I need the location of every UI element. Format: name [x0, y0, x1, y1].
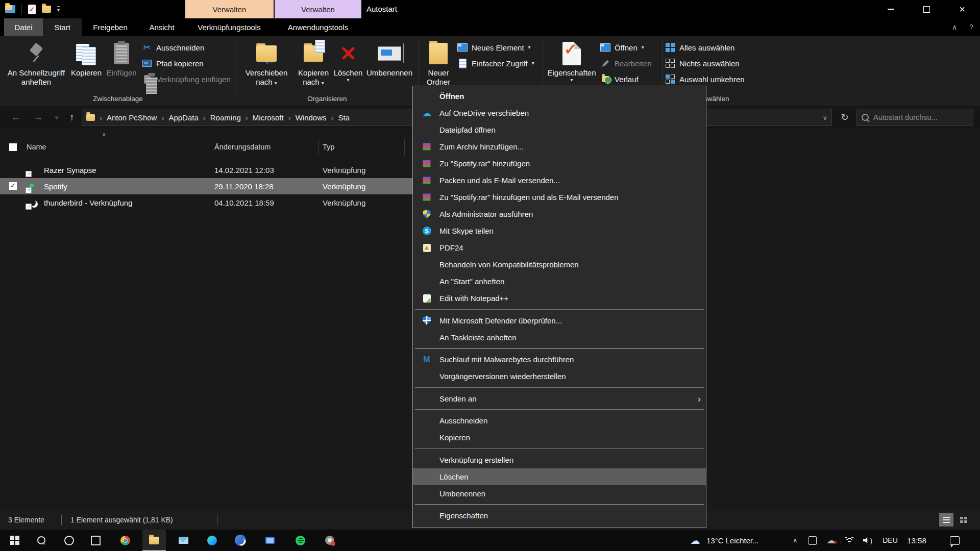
tab-anwendungstools[interactable]: Anwendungstools	[280, 18, 356, 36]
language-indicator[interactable]: DEU	[879, 530, 901, 551]
menu-item-troubleshoot-compatibility[interactable]: Behandeln von Kompatibilitätsproblemen	[413, 256, 706, 273]
tray-device-icon[interactable]	[804, 530, 821, 551]
recent-locations-button[interactable]: ∨	[50, 106, 63, 129]
invert-selection-button[interactable]: Auswahl umkehren	[665, 72, 745, 86]
refresh-button[interactable]: ↻	[836, 109, 853, 126]
taskbar-edge[interactable]	[200, 530, 224, 551]
taskbar-browser-offline[interactable]	[318, 530, 341, 551]
column-header-modified[interactable]: Änderungsdatum	[214, 138, 271, 156]
qat-customize-chevron-icon[interactable]: ▾	[57, 6, 60, 13]
help-icon[interactable]: ?	[965, 18, 978, 36]
column-divider[interactable]	[404, 139, 405, 155]
tab-datei[interactable]: Datei	[4, 18, 43, 36]
table-row-spotify[interactable]: ↗ Spotify 29.11.2020 18:28 Verknüpfung	[0, 178, 454, 194]
tab-freigeben[interactable]: Freigeben	[90, 18, 131, 36]
column-header-name[interactable]: Name	[27, 138, 46, 156]
pin-to-quick-access-button[interactable]: An Schnellzugriff anheften	[3, 38, 69, 103]
breadcrumb-segment-roaming[interactable]: Roaming	[210, 113, 241, 122]
menu-item-copy[interactable]: Kopieren	[413, 429, 706, 446]
title-tab-application-tools[interactable]: Verwalten	[275, 0, 361, 18]
tab-verknuepfungstools[interactable]: Verknüpfungstools	[189, 18, 270, 36]
breadcrumb-segment-startmenu[interactable]: Sta	[338, 113, 350, 122]
breadcrumb-segment-microsoft[interactable]: Microsoft	[253, 113, 284, 122]
menu-item-delete[interactable]: Löschen	[413, 468, 706, 485]
row-checkbox[interactable]	[9, 182, 17, 190]
close-button[interactable]: ×	[944, 0, 980, 18]
taskbar-mail[interactable]	[172, 530, 195, 551]
menu-item-compress-and-email[interactable]: Packen und als E-Mail versenden...	[413, 172, 706, 189]
table-row-thunderbird[interactable]: ↗ thunderbird - Verknüpfung 04.10.2021 1…	[0, 194, 454, 211]
column-header-type[interactable]: Typ	[323, 138, 334, 156]
menu-item-pin-to-taskbar[interactable]: An Taskleiste anheften	[413, 329, 706, 346]
up-button[interactable]: ↑	[63, 106, 81, 129]
taskbar-file-explorer[interactable]	[142, 530, 166, 551]
copy-to-button[interactable]: Kopieren nach ▾	[294, 38, 333, 103]
taskbar-chrome[interactable]	[113, 530, 137, 551]
taskbar-search-button[interactable]	[30, 530, 53, 551]
menu-item-run-as-administrator[interactable]: Als Administrator ausführen	[413, 206, 706, 222]
menu-item-share-with-skype[interactable]: SMit Skype teilen	[413, 222, 706, 239]
taskbar-video-app[interactable]	[258, 530, 282, 551]
cortana-button[interactable]	[57, 530, 81, 551]
menu-item-cut[interactable]: Ausschneiden	[413, 412, 706, 429]
action-center-button[interactable]	[943, 530, 966, 551]
new-item-button[interactable]: Neues Element ▾	[457, 41, 531, 54]
minimize-button[interactable]	[873, 0, 909, 18]
paste-shortcut-button[interactable]: Verknüpfung einfügen	[142, 72, 231, 86]
paste-button[interactable]: Einfügen	[104, 38, 139, 103]
cut-button[interactable]: ✂ Ausschneiden	[142, 41, 204, 54]
menu-item-pin-to-start[interactable]: An "Start" anheften	[413, 273, 706, 290]
thumbnails-view-button[interactable]	[957, 513, 971, 527]
menu-item-pdf24[interactable]: PDF24	[413, 239, 706, 256]
menu-item-rename[interactable]: Umbenennen	[413, 485, 706, 502]
table-row-razer-synapse[interactable]: ↗ Razer Synapse 14.02.2021 12:03 Verknüp…	[0, 162, 454, 178]
select-all-checkbox[interactable]	[9, 143, 17, 151]
title-tab-shortcut-tools[interactable]: Verwalten	[185, 0, 274, 18]
clock[interactable]: 13:58	[902, 530, 931, 551]
tray-wifi[interactable]	[841, 530, 857, 551]
move-to-button[interactable]: ← Verschieben nach ▾	[239, 38, 294, 103]
start-button[interactable]	[3, 530, 27, 551]
breadcrumb-segment-user[interactable]: Anton PcShow	[107, 113, 157, 122]
select-none-button[interactable]: Nichts auswählen	[665, 57, 740, 70]
taskbar-thunderbird[interactable]	[229, 530, 252, 551]
details-view-button[interactable]	[939, 513, 953, 527]
taskbar-spotify[interactable]	[288, 530, 312, 551]
weather-button[interactable]: ☁	[685, 530, 705, 551]
properties-qat-icon[interactable]: ✓	[28, 5, 36, 14]
history-button[interactable]: Verlauf	[600, 72, 639, 86]
menu-item-properties[interactable]: Eigenschaften	[413, 507, 706, 524]
task-view-button[interactable]	[84, 530, 107, 551]
menu-item-open[interactable]: Öffnen	[413, 88, 706, 105]
menu-item-add-to-archive[interactable]: Zum Archiv hinzufügen...	[413, 138, 706, 155]
open-button[interactable]: Öffnen ▾	[600, 41, 644, 54]
menu-item-add-to-rar-and-email[interactable]: Zu "Spotify.rar" hinzufügen und als E-Ma…	[413, 189, 706, 206]
rename-button[interactable]: Umbenennen	[363, 38, 415, 103]
menu-item-send-to[interactable]: Senden an›	[413, 390, 706, 407]
breadcrumb-segment-appdata[interactable]: AppData	[168, 113, 198, 122]
menu-item-move-to-onedrive[interactable]: ☁Auf OneDrive verschieben	[413, 105, 706, 121]
forward-button[interactable]: →	[29, 106, 48, 129]
menu-item-restore-previous-versions[interactable]: Vorgängerversionen wiederherstellen	[413, 368, 706, 385]
back-button[interactable]: ←	[6, 106, 26, 129]
new-folder-qat-icon[interactable]	[42, 6, 51, 13]
menu-item-add-to-spotify-rar[interactable]: Zu "Spotify.rar" hinzufügen	[413, 155, 706, 172]
column-divider[interactable]	[318, 139, 318, 155]
search-box[interactable]: Autostart durchsu...	[856, 109, 973, 126]
tab-ansicht[interactable]: Ansicht	[145, 18, 179, 36]
menu-item-edit-with-notepadpp[interactable]: Edit with Notepad++	[413, 290, 706, 307]
edit-button[interactable]: Bearbeiten	[600, 57, 652, 70]
menu-item-open-file-path[interactable]: Dateipfad öffnen	[413, 121, 706, 138]
copy-path-button[interactable]: W.. Pfad kopieren	[142, 57, 204, 70]
select-all-button[interactable]: Alles auswählen	[665, 41, 734, 54]
tab-start[interactable]: Start	[43, 18, 82, 36]
menu-item-create-shortcut[interactable]: Verknüpfung erstellen	[413, 452, 706, 468]
delete-button[interactable]: ✕ Löschen ▾	[333, 38, 363, 103]
menu-item-scan-with-malwarebytes[interactable]: MSuchlauf mit Malwarebytes durchführen	[413, 351, 706, 368]
tray-chevron-up-icon[interactable]: ∧	[788, 530, 802, 551]
column-divider[interactable]	[208, 139, 208, 155]
maximize-button[interactable]	[909, 0, 944, 18]
tray-onedrive-error[interactable]: ☁	[823, 530, 839, 551]
menu-item-scan-with-defender[interactable]: Mit Microsoft Defender überprüfen...	[413, 312, 706, 329]
easy-access-button[interactable]: Einfacher Zugriff ▾	[457, 57, 534, 70]
